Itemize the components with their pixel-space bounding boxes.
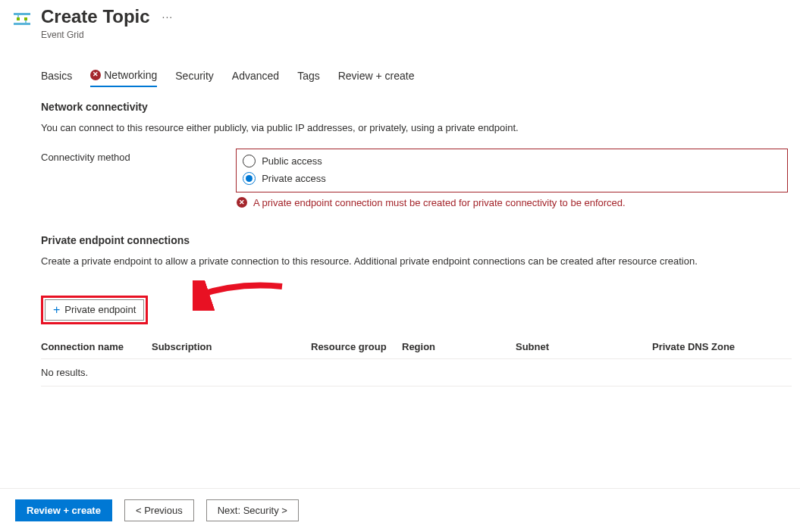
svg-rect-2: [17, 17, 20, 20]
svg-rect-1: [14, 23, 30, 25]
network-connectivity-heading: Network connectivity: [41, 101, 788, 113]
next-button[interactable]: Next: Security >: [206, 499, 299, 521]
wizard-footer: Review + create < Previous Next: Securit…: [0, 488, 800, 532]
col-connection-name[interactable]: Connection name: [41, 341, 152, 352]
radio-label: Private access: [262, 173, 326, 184]
highlight-annotation: + Private endpoint: [41, 296, 148, 324]
col-private-dns-zone[interactable]: Private DNS Zone: [652, 341, 789, 352]
content-area: Network connectivity You can connect to …: [0, 87, 800, 386]
radio-icon: [243, 172, 256, 185]
col-region[interactable]: Region: [402, 341, 516, 352]
connectivity-method-options: Public access Private access: [236, 149, 788, 192]
validation-error: A private endpoint connection must be cr…: [237, 197, 788, 208]
table-header: Connection name Subscription Resource gr…: [41, 335, 792, 359]
review-create-button[interactable]: Review + create: [15, 499, 112, 521]
wizard-tabs: Basics Networking Security Advanced Tags…: [0, 46, 800, 87]
connectivity-method-label: Connectivity method: [41, 149, 236, 163]
annotation-arrow-icon: [193, 280, 284, 311]
tab-advanced[interactable]: Advanced: [232, 69, 279, 87]
plus-icon: +: [53, 304, 60, 316]
col-subscription[interactable]: Subscription: [152, 341, 311, 352]
page-header: Create Topic ··· Event Grid: [0, 0, 800, 46]
radio-private-access[interactable]: Private access: [243, 170, 781, 187]
error-icon: [237, 197, 247, 208]
private-endpoint-heading: Private endpoint connections: [41, 234, 788, 246]
table-empty-row: No results.: [41, 359, 792, 386]
tab-security[interactable]: Security: [175, 69, 214, 87]
more-actions-icon[interactable]: ···: [162, 11, 174, 23]
col-resource-group[interactable]: Resource group: [311, 341, 402, 352]
page-subtitle: Event Grid: [41, 30, 173, 40]
add-private-endpoint-button[interactable]: + Private endpoint: [45, 299, 144, 321]
error-icon: [90, 70, 101, 80]
tab-basics[interactable]: Basics: [41, 69, 72, 87]
no-results-text: No results.: [41, 367, 88, 378]
connectivity-method-field: Connectivity method Public access Privat…: [41, 149, 788, 192]
add-button-label: Private endpoint: [64, 304, 136, 315]
radio-icon: [243, 155, 256, 167]
page-title: Create Topic: [41, 6, 150, 28]
previous-button[interactable]: < Previous: [124, 499, 194, 521]
network-description: You can connect to this resource either …: [41, 122, 788, 133]
svg-rect-3: [24, 17, 27, 20]
private-endpoints-table: Connection name Subscription Resource gr…: [41, 335, 792, 386]
radio-label: Public access: [262, 155, 322, 167]
private-endpoint-description: Create a private endpoint to allow a pri…: [41, 255, 788, 267]
tab-review[interactable]: Review + create: [338, 69, 415, 87]
error-message: A private endpoint connection must be cr…: [253, 197, 626, 208]
svg-rect-0: [14, 13, 30, 15]
tab-networking[interactable]: Networking: [90, 69, 157, 87]
radio-public-access[interactable]: Public access: [243, 152, 781, 170]
tab-tags[interactable]: Tags: [297, 69, 320, 87]
event-grid-topic-icon: [12, 9, 32, 29]
col-subnet[interactable]: Subnet: [516, 341, 652, 352]
